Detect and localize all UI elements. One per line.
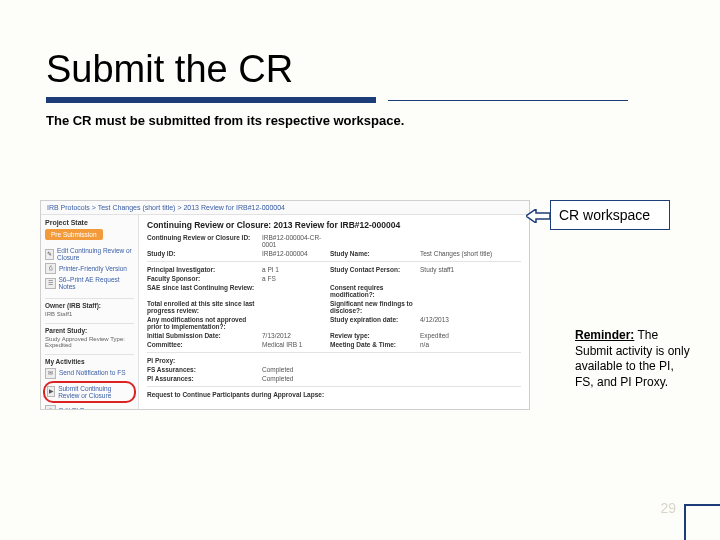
sae-label: SAE since last Continuing Review:: [147, 284, 262, 298]
findings-label: Significant new findings to disclose?:: [330, 300, 420, 314]
row-request: Request to Continue Participants during …: [147, 390, 521, 399]
page-title: Submit the CR: [46, 48, 674, 91]
meeting-value: n/a: [420, 341, 521, 348]
committee-value: Medical IRB 1: [262, 341, 330, 348]
activity-label: Send Notification to FS: [59, 369, 125, 376]
mods-label: Any modifications not approved prior to …: [147, 316, 262, 330]
row-proxy: PI Proxy:: [147, 356, 521, 365]
committee-label: Committee:: [147, 341, 262, 348]
parent-value: Study Approved Review Type: Expedited: [45, 336, 134, 348]
page-number: 29: [660, 500, 676, 516]
corner-decoration: [684, 504, 720, 540]
piassur-value: Completed: [262, 375, 330, 382]
rail-item-edit[interactable]: ✎ Edit Continuing Review or Closure: [45, 246, 134, 262]
workspace-screenshot: IRB Protocols > Test Changes (short titl…: [40, 200, 530, 410]
pi-label: Principal Investigator:: [147, 266, 262, 273]
row-enrolled: Total enrolled at this site since last p…: [147, 299, 521, 315]
rail-item-s6[interactable]: ☰ S6–Print AE Request Notes: [45, 275, 134, 291]
fsassur-value: Completed: [262, 366, 330, 373]
activities-heading: My Activities: [45, 354, 134, 365]
row-study-id: Study ID: IRB#12-000004 Study Name: Test…: [147, 249, 521, 258]
row-pi: Principal Investigator: a PI 1 Study Con…: [147, 265, 521, 274]
meeting-label: Meeting Date & Time:: [330, 341, 420, 348]
row-fs: Faculty Sponsor: a FS: [147, 274, 521, 283]
row-cr-id: Continuing Review or Closure ID: IRB#12-…: [147, 233, 521, 249]
rail-item-label: Printer-Friendly Version: [59, 265, 127, 272]
expire-label: Study expiration date:: [330, 316, 420, 330]
row-mods: Any modifications not approved prior to …: [147, 315, 521, 331]
submit-icon: ▶: [47, 386, 55, 397]
enrolled-label: Total enrolled at this site since last p…: [147, 300, 262, 314]
study-name-label: Study Name:: [330, 250, 420, 257]
printer-icon: ⎙: [45, 263, 56, 274]
callout-reminder: Reminder: The Submit activity is only av…: [575, 328, 693, 390]
study-id-value: IRB#12-000004: [262, 250, 330, 257]
arrow-icon: [526, 209, 550, 223]
row-initsub: Initial Submission Date: 7/13/2012 Revie…: [147, 331, 521, 340]
activity-edit-proxy[interactable]: ☺ Edit PI Proxy: [45, 404, 134, 410]
slide: Submit the CR The CR must be submitted f…: [0, 0, 720, 540]
pi-value: a PI 1: [262, 266, 330, 273]
contact-label: Study Contact Person:: [330, 266, 420, 273]
highlight-oval: ▶ Submit Continuing Review or Closure: [43, 381, 136, 403]
activity-send-notification[interactable]: ✉ Send Notification to FS: [45, 367, 134, 380]
mail-icon: ✉: [45, 368, 56, 379]
fs-value: a FS: [262, 275, 330, 282]
activity-submit-cr[interactable]: ▶ Submit Continuing Review or Closure: [47, 384, 132, 400]
initsub-value: 7/13/2012: [262, 332, 330, 339]
left-rail: Project State Pre Submission ✎ Edit Cont…: [41, 215, 139, 409]
activity-label: Edit PI Proxy: [59, 407, 97, 410]
request-label: Request to Continue Participants during …: [147, 391, 521, 398]
revtype-value: Expedited: [420, 332, 521, 339]
row-sae: SAE since last Continuing Review: Consen…: [147, 283, 521, 299]
revtype-label: Review type:: [330, 332, 420, 339]
piassur-label: PI Assurances:: [147, 375, 262, 382]
callout-cr-workspace: CR workspace: [550, 200, 670, 230]
contact-value: Study staff1: [420, 266, 521, 273]
row-piassur: PI Assurances: Completed: [147, 374, 521, 383]
row-fsassur: FS Assurances: Completed: [147, 365, 521, 374]
rail-item-print[interactable]: ⎙ Printer-Friendly Version: [45, 262, 134, 275]
workspace-heading: Continuing Review or Closure: 2013 Revie…: [147, 220, 521, 230]
cr-id-value: IRB#12-000004-CR-0001: [262, 234, 330, 248]
study-id-label: Study ID:: [147, 250, 262, 257]
activity-label: Submit Continuing Review or Closure: [58, 385, 132, 399]
user-icon: ☺: [45, 405, 56, 410]
subtitle-text: The CR must be submitted from its respec…: [46, 113, 674, 128]
svg-marker-0: [526, 209, 550, 223]
fsassur-label: FS Assurances:: [147, 366, 262, 373]
row-committee: Committee: Medical IRB 1 Meeting Date & …: [147, 340, 521, 349]
owner-heading: Owner (IRB Staff):: [45, 298, 134, 309]
main-panel: Continuing Review or Closure: 2013 Revie…: [139, 215, 529, 409]
owner-value: IRB Staff1: [45, 311, 134, 317]
initsub-label: Initial Submission Date:: [147, 332, 262, 339]
study-name-value: Test Changes (short title): [420, 250, 521, 257]
cr-id-label: Continuing Review or Closure ID:: [147, 234, 262, 248]
breadcrumb: IRB Protocols > Test Changes (short titl…: [41, 201, 529, 215]
note-icon: ☰: [45, 278, 56, 289]
title-rule: [46, 97, 674, 103]
expire-value: 4/12/2013: [420, 316, 521, 330]
fs-label: Faculty Sponsor:: [147, 275, 262, 282]
proxy-label: PI Proxy:: [147, 357, 262, 364]
edit-icon: ✎: [45, 249, 54, 260]
rail-item-label: S6–Print AE Request Notes: [59, 276, 134, 290]
parent-heading: Parent Study:: [45, 323, 134, 334]
state-badge: Pre Submission: [45, 229, 103, 240]
rail-item-label: Edit Continuing Review or Closure: [57, 247, 134, 261]
reminder-heading: Reminder:: [575, 328, 634, 342]
project-state-label: Project State: [45, 219, 134, 226]
consent-label: Consent requires modification?:: [330, 284, 420, 298]
